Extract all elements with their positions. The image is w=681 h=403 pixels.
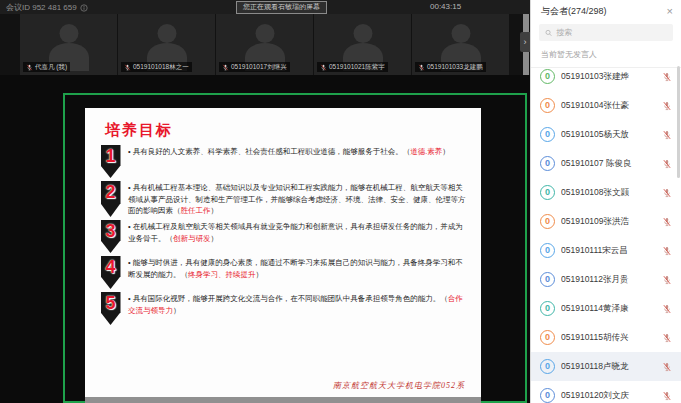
arrow-column: 5 (97, 292, 124, 325)
numbered-arrow-shape: 2 (101, 181, 121, 217)
bullet-text: • 能够与时俱进，具有健康的身心素质，能通过不断学习来拓展自己的知识与能力，具备… (124, 256, 469, 289)
participant-row[interactable]: 0 051910112张月贵 (531, 265, 681, 294)
participant-name: 051910118卢晓龙 (561, 361, 656, 373)
bullet-tail: ） (211, 234, 219, 243)
presentation-slide: 培养目标 1 • 具有良好的人文素养、科学素养、社会责任感和工程职业道德，能够服… (85, 108, 481, 403)
bullet-body-text: 具有良好的人文素养、科学素养、社会责任感和工程职业道德，能够服务于社会。（ (133, 147, 411, 156)
participant-name: 051910115胡传兴 (561, 332, 656, 344)
search-input[interactable] (556, 28, 667, 37)
bullet-tail: ） (256, 270, 264, 279)
close-icon[interactable]: × (667, 6, 673, 17)
search-box[interactable] (539, 24, 673, 41)
bullet-marker: • (128, 147, 131, 156)
participant-name: 051910120刘文庆 (561, 390, 656, 402)
video-thumbnail[interactable]: 0519101018林之一 (118, 14, 215, 75)
muted-mic-icon[interactable] (662, 391, 672, 401)
sidebar-collapse-handle[interactable]: › (520, 32, 530, 52)
participant-row[interactable]: 0 051910120刘文庆 (531, 381, 681, 403)
video-thumbnail[interactable]: 代嘉凡 (我) (20, 14, 117, 75)
video-thumbnail[interactable]: 0519101017刘继兴 (216, 14, 313, 75)
muted-mic-icon[interactable] (662, 304, 672, 314)
participant-name-label: 0519101033龙建鹏 (427, 62, 483, 72)
arrow-column: 4 (97, 256, 124, 289)
avatar-silhouette-head (157, 24, 176, 43)
bullet-text: • 具有良好的人文素养、科学素养、社会责任感和工程职业道德，能够服务于社会。（道… (124, 145, 469, 178)
muted-mic-icon[interactable] (662, 333, 672, 343)
muted-mic-icon (26, 64, 33, 71)
slide-bottom-strip (85, 397, 481, 403)
top-bar: 会议ID 952 481 659 您正在观看石敏瑞的屏幕 00:43:15 (0, 0, 530, 14)
numbered-arrow-shape: 5 (101, 292, 121, 325)
participant-name: 051910105杨天放 (561, 129, 656, 141)
slide-bullet: 1 • 具有良好的人文素养、科学素养、社会责任感和工程职业道德，能够服务于社会。… (97, 145, 469, 178)
muted-mic-icon[interactable] (662, 72, 672, 82)
shared-screen-stage: 培养目标 1 • 具有良好的人文素养、科学素养、社会责任感和工程职业道德，能够服… (0, 75, 530, 403)
bullet-tail: ） (442, 147, 450, 156)
sidebar-scrollbar[interactable] (677, 66, 680, 178)
participant-row[interactable]: 0 051910103张建烨 (531, 62, 681, 91)
participant-name-label: 0519101017刘继兴 (231, 62, 287, 72)
slide-bullet-list: 1 • 具有良好的人文素养、科学素养、社会责任感和工程职业道德，能够服务于社会。… (97, 145, 469, 325)
muted-mic-icon[interactable] (662, 275, 672, 285)
slide-bullet: 5 • 具有国际化视野，能够开展跨文化交流与合作，在不同职能团队中具备承担领导角… (97, 292, 469, 325)
participant-name: 051910104张仕豪 (561, 100, 656, 112)
sidebar-header: 与会者(274/298) × (531, 0, 681, 23)
participant-row[interactable]: 0 051910111宋云昌 (531, 236, 681, 265)
participant-name: 051910112张月贵 (561, 274, 656, 286)
meeting-app-window: 会议ID 952 481 659 您正在观看石敏瑞的屏幕 00:43:15 (0, 0, 681, 403)
participant-avatar: 0 (540, 330, 555, 345)
muted-mic-icon[interactable] (662, 246, 672, 256)
participants-sidebar: 与会者(274/298) × 当前暂无发言人 0 051910103张建烨 (530, 0, 681, 403)
participant-name-overlay: 0519101018林之一 (121, 62, 192, 72)
muted-mic-icon[interactable] (662, 101, 672, 111)
bullet-keyword: 终身学习、持续提升 (188, 270, 256, 279)
bullet-marker: • (128, 222, 131, 231)
participant-row[interactable]: 0 051910107 陈俊良 (531, 149, 681, 178)
bullet-marker: • (128, 183, 131, 192)
muted-mic-icon[interactable] (662, 217, 672, 227)
participant-avatar: 0 (540, 272, 555, 287)
bullet-keyword: 创新与研发 (173, 234, 211, 243)
muted-mic-icon (320, 64, 327, 71)
viewing-screen-banner[interactable]: 您正在观看石敏瑞的屏幕 (236, 1, 327, 14)
muted-mic-icon[interactable] (662, 130, 672, 140)
muted-mic-icon[interactable] (662, 159, 672, 169)
muted-mic-icon[interactable] (662, 188, 672, 198)
slide-bullet: 2 • 具有机械工程基本理论、基础知识以及专业知识和工程实践能力，能够在机械工程… (97, 181, 469, 217)
muted-mic-icon[interactable] (662, 362, 672, 372)
bullet-text: • 具有机械工程基本理论、基础知识以及专业知识和工程实践能力，能够在机械工程、航… (124, 181, 469, 217)
participant-row[interactable]: 0 051910105杨天放 (531, 120, 681, 149)
slide-bullet: 4 • 能够与时俱进，具有健康的身心素质，能通过不断学习来拓展自己的知识与能力，… (97, 256, 469, 289)
bullet-keyword: 胜任工作 (181, 206, 211, 215)
participant-row[interactable]: 0 051910104张仕豪 (531, 91, 681, 120)
video-thumbnail[interactable]: 0519101033龙建鹏 (412, 14, 509, 75)
participant-name-label: 0519101018林之一 (133, 62, 189, 72)
participant-name-overlay: 0519101021陈紫宇 (317, 62, 388, 72)
numbered-arrow-shape: 4 (101, 256, 121, 289)
meeting-info-icon[interactable] (80, 4, 88, 12)
participant-avatar: 0 (540, 359, 555, 374)
bullet-marker: • (128, 258, 131, 267)
participant-row[interactable]: 0 051910109张洪浩 (531, 207, 681, 236)
slide-bullet: 3 • 在机械工程及航空航天等相关领域具有就业竞争能力和创新意识，具有承担研发任… (97, 220, 469, 253)
meeting-id-label: 会议ID 952 481 659 (6, 2, 77, 13)
video-thumbnail-strip: 代嘉凡 (我) 0519101018林之一 (0, 14, 530, 75)
participant-name: 051910108张文颢 (561, 187, 656, 199)
participant-row[interactable]: 0 051910115胡传兴 (531, 323, 681, 352)
bullet-text: • 在机械工程及航空航天等相关领域具有就业竞争能力和创新意识，具有承担研发任务的… (124, 220, 469, 253)
muted-mic-icon (418, 64, 425, 71)
participant-name: 051910111宋云昌 (561, 245, 656, 257)
slide-title: 培养目标 (105, 121, 481, 140)
participant-row[interactable]: 0 051910114黄泽康 (531, 294, 681, 323)
meeting-id: 会议ID 952 481 659 (6, 2, 88, 13)
participant-row[interactable]: 0 051910118卢晓龙 (531, 352, 681, 381)
video-thumbnail[interactable]: 0519101021陈紫宇 (314, 14, 411, 75)
numbered-arrow-shape: 3 (101, 220, 121, 253)
participant-name-overlay: 代嘉凡 (我) (23, 62, 70, 72)
muted-mic-icon (222, 64, 229, 71)
avatar-silhouette-head (451, 24, 470, 43)
avatar-silhouette-head (353, 24, 372, 43)
participant-list: 0 051910103张建烨 0 051910104张仕豪 (531, 62, 681, 403)
participant-row[interactable]: 0 051910108张文颢 (531, 178, 681, 207)
muted-mic-icon (124, 64, 131, 71)
